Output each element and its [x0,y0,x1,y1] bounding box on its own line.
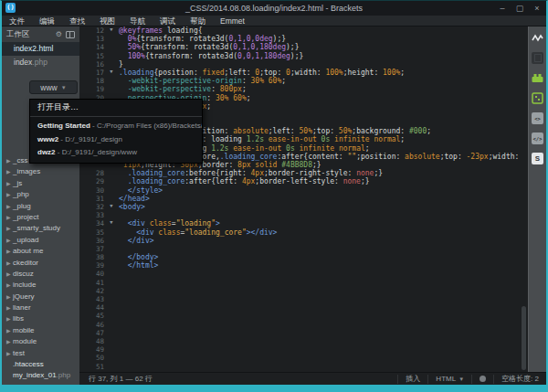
code-text: -webkit-perspective-origin: 30% 60%; [119,77,286,85]
tree-folder-item[interactable]: ▶_project [2,212,79,223]
line-number: 46 [79,321,104,329]
editor-scrollbar[interactable] [522,306,526,370]
menu-item-3[interactable]: 查找 [62,16,92,26]
chevron-right-icon: ▶ [6,178,13,189]
fold-gutter [104,60,119,69]
tree-folder-item[interactable]: ▶discuz [2,269,79,280]
menu-item-7[interactable]: 帮助 [183,16,213,26]
fold-gutter [104,363,119,371]
chevron-right-icon: ▶ [6,269,13,280]
live-preview-icon[interactable] [532,32,543,44]
tree-label: _project [13,213,38,221]
menu-item-8[interactable]: Emmet [213,16,252,26]
chevron-right-icon: ▶ [6,291,13,302]
brick-extension-icon[interactable] [532,72,543,84]
code-angle-icon[interactable]: <> [532,112,543,124]
tree-folder-item[interactable]: ▶_js [2,178,79,189]
tree-label: jQuery [13,292,35,301]
line-number: 14 [79,43,104,51]
fold-arrow-icon[interactable]: ▼ [104,203,119,211]
file-tree: ▶_css▶_images▶_js▶_php▶_plug▶_project▶_s… [2,155,79,385]
tree-folder-item[interactable]: ▶_php [2,189,79,200]
fold-arrow-icon[interactable]: ▼ [104,219,119,228]
dim-glyph [534,54,542,62]
working-file-item[interactable]: index.php [2,56,79,69]
close-button[interactable]: × [532,4,543,13]
tree-folder-item[interactable]: ▶include [2,280,79,291]
line-number: 19 [79,85,104,93]
code-slash-icon[interactable]: </> [532,132,543,144]
chevron-down-icon: ▼ [458,375,464,384]
menu-item-2[interactable]: 编辑 [32,16,62,26]
tree-folder-item[interactable]: ▶_images [2,166,79,177]
code-line: 42 [79,287,528,295]
chevron-right-icon: ▶ [6,302,13,313]
indent-setting[interactable]: 空格长度: 2 [493,375,546,384]
tree-folder-item[interactable]: ▶_plug [2,201,79,212]
tree-label: .htaccess [13,360,44,368]
line-number: 17 [79,69,104,77]
code-line: 46 [79,321,528,329]
fold-arrow-icon[interactable]: ▼ [104,26,119,35]
fold-gutter [104,237,119,245]
language-switcher[interactable]: HTML ▼ [427,375,471,384]
tree-file-item[interactable]: urlrewrite_test.php [2,382,79,385]
recent-folder-name: www2 [37,135,58,143]
code-text: 50%{transform: rotate3d(0,1,0,180deg);} [119,43,300,51]
tree-label: discuz [13,270,34,278]
file-ext: .php [58,383,73,385]
tree-file-item[interactable]: my_index_01.php [2,370,79,381]
minimize-button[interactable]: – [497,4,508,13]
fold-gutter [104,329,119,337]
fold-gutter [104,337,119,345]
recent-folder-item[interactable]: dwz2 - D:/_9191/_design/www [30,146,202,160]
gear-icon[interactable]: ⚙ [56,30,62,38]
recent-folder-item[interactable]: www2 - D:/_9191/_design [30,133,202,147]
recent-folders-list: Getting Started - C:/Program Files (x86)… [30,120,202,160]
project-dropdown-button[interactable]: www ▼ [29,80,78,94]
plugin-box-icon[interactable] [532,92,543,104]
menu-item-4[interactable]: 视图 [92,16,122,26]
lint-status[interactable] [471,375,493,384]
maximize-button[interactable]: ▢ [514,4,525,13]
tree-folder-item[interactable]: ▶mobile [2,325,79,336]
recent-folder-name: Getting Started [37,122,90,130]
split-view-icon[interactable] [66,31,75,38]
tree-folder-item[interactable]: ▶_smarty_study [2,223,79,234]
chevron-down-icon: ▼ [61,85,67,90]
line-number: 15 [79,52,104,60]
line-number: 32 [79,203,104,211]
tree-folder-item[interactable]: ▶test [2,348,79,359]
menu-item-6[interactable]: 调试 [153,16,183,26]
tree-folder-item[interactable]: ▶lianer [2,302,79,313]
insert-mode-indicator[interactable]: 插入 [397,375,427,384]
working-files-header: 工作区 ⚙ [2,26,79,42]
menu-item-1[interactable]: 文件 [2,16,32,26]
recent-folder-item[interactable]: Getting Started - C:/Program Files (x86)… [30,120,202,133]
tree-file-item[interactable]: .htaccess [2,359,79,370]
code-text: </head> [119,195,150,203]
code-editor[interactable]: 12▼@keyframes loading{13 0%{transform: r… [79,26,528,372]
tree-label: my_index_01 [13,371,57,379]
fold-arrow-icon[interactable]: ▼ [104,69,119,77]
extension-dim-icon[interactable] [532,52,543,64]
line-number: 47 [79,329,104,337]
fold-gutter [104,354,119,362]
sass-icon[interactable]: S [532,153,543,164]
recent-folder-path: - C:/Program Files (x86)/Brackets/sample… [90,122,202,130]
tree-folder-item[interactable]: ▶_upload [2,235,79,246]
line-number: 28 [79,169,104,177]
tree-folder-item[interactable]: ▶libs [2,313,79,324]
tree-folder-item[interactable]: ▶jQuery [2,291,79,302]
chevron-right-icon: ▶ [6,235,13,246]
chevron-right-icon: ▶ [6,325,13,336]
open-folder-menu-item[interactable]: 打开目录… [30,100,202,115]
chevron-right-icon: ▶ [6,212,13,223]
menu-item-5[interactable]: 导航 [122,16,153,26]
tree-folder-item[interactable]: ▶module [2,336,79,347]
tree-folder-item[interactable]: ▶ckeditor [2,258,79,269]
tree-folder-item[interactable]: ▶about me [2,246,79,257]
code-line: 43 [79,295,528,303]
tree-label: lianer [13,303,31,312]
working-file-item[interactable]: index2.html [2,42,79,56]
